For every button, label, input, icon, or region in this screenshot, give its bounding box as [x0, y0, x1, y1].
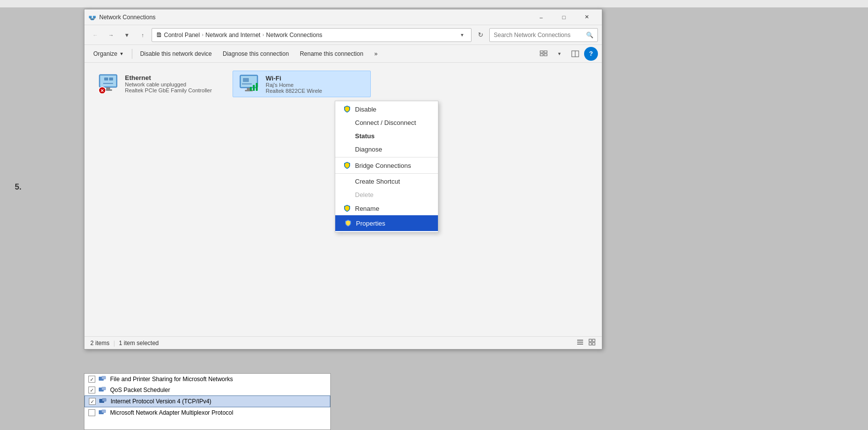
create-shortcut-label: Create Shortcut: [355, 178, 400, 185]
shield-icon-rename: [343, 204, 351, 212]
shield-icon-bridge: [343, 161, 351, 169]
rename-label: Rename: [355, 205, 379, 212]
organize-button[interactable]: Organize ▼: [88, 47, 129, 61]
svg-rect-37: [592, 343, 595, 345]
details-pane-button[interactable]: [568, 47, 582, 61]
window-icon: [88, 13, 96, 21]
checkbox-qos[interactable]: ✓: [88, 387, 95, 393]
more-toolbar-button[interactable]: »: [369, 47, 383, 61]
disable-label: Disable this network device: [140, 50, 212, 57]
bridge-label: Bridge Connections: [355, 162, 411, 169]
checkbox-ipv4[interactable]: ✓: [89, 398, 96, 405]
ipv4-icon: [99, 398, 108, 405]
breadcrumb-sep-2: ›: [262, 32, 264, 38]
toolbar-separator-1: [132, 49, 132, 59]
context-menu-rename[interactable]: Rename: [335, 201, 438, 215]
context-menu-create-shortcut[interactable]: Create Shortcut: [335, 175, 438, 188]
address-icon: 🖺: [156, 32, 162, 39]
checkbox-file-printer[interactable]: ✓: [88, 376, 95, 383]
svg-text:✕: ✕: [100, 88, 104, 93]
wifi-name: Wi-Fi: [266, 75, 322, 82]
bottom-overlay-dialog: ✓ File and Printer Sharing for Microsoft…: [84, 373, 331, 430]
maximize-button[interactable]: □: [552, 9, 575, 25]
organize-label: Organize: [93, 50, 118, 57]
delete-label: Delete: [355, 191, 374, 198]
refresh-button[interactable]: ↻: [473, 28, 487, 42]
svg-rect-28: [256, 83, 258, 91]
rename-label: Rename this connection: [300, 50, 363, 57]
search-icon: 🔍: [586, 32, 593, 39]
bottom-item-qos[interactable]: ✓ QoS Packet Scheduler: [84, 385, 330, 395]
svg-rect-27: [253, 85, 255, 91]
ipv4-label: Internet Protocol Version 4 (TCP/IPv4): [111, 398, 211, 405]
ethernet-adapter: Realtek PCIe GbE Family Controller: [125, 87, 212, 93]
search-box[interactable]: 🔍: [489, 28, 598, 42]
disable-network-button[interactable]: Disable this network device: [135, 47, 217, 61]
context-menu: Disable Connect / Disconnect Status Diag…: [335, 101, 438, 233]
title-bar: Network Connections – □ ✕: [84, 9, 602, 25]
shield-icon-disable: [343, 105, 351, 113]
status-label: Status: [355, 132, 375, 140]
context-menu-status[interactable]: Status: [335, 129, 438, 143]
toolbar: Organize ▼ Disable this network device D…: [84, 45, 602, 63]
wifi-info: Wi-Fi Raj's Home Realtek 8822CE Wirele: [266, 75, 322, 94]
view-options-button[interactable]: [537, 47, 551, 61]
checkbox-mux[interactable]: [88, 409, 95, 416]
title-bar-buttons: – □ ✕: [530, 9, 598, 25]
context-menu-diagnose[interactable]: Diagnose: [335, 143, 438, 156]
svg-rect-10: [544, 54, 547, 56]
breadcrumb-part-control-panel[interactable]: Control Panel: [164, 32, 200, 39]
bottom-item-file-printer[interactable]: ✓ File and Printer Sharing for Microsoft…: [84, 374, 330, 385]
rename-connection-button[interactable]: Rename this connection: [295, 47, 368, 61]
more-label: »: [374, 50, 378, 57]
ethernet-icon: ✕: [96, 74, 120, 93]
selected-count: 1 item selected: [119, 340, 159, 347]
context-menu-properties[interactable]: Properties: [335, 215, 438, 231]
wifi-adapter: Realtek 8822CE Wirele: [266, 88, 322, 94]
toolbar-right: ▼ ?: [537, 47, 598, 61]
grid-view-button[interactable]: [588, 338, 596, 348]
list-view-button[interactable]: [576, 338, 584, 348]
back-button[interactable]: ←: [88, 28, 102, 42]
svg-rect-36: [589, 343, 592, 345]
svg-rect-29: [243, 78, 249, 82]
search-input[interactable]: [494, 32, 584, 39]
view-dropdown-button[interactable]: ▼: [552, 47, 566, 61]
wifi-connection-item[interactable]: Wi-Fi Raj's Home Realtek 8822CE Wirele: [233, 71, 371, 97]
address-dropdown-button[interactable]: ▼: [457, 29, 467, 41]
connect-disconnect-label: Connect / Disconnect: [355, 119, 416, 126]
ethernet-connection-item[interactable]: ✕ Ethernet Network cable unplugged Realt…: [92, 71, 231, 96]
svg-rect-8: [544, 51, 547, 53]
file-printer-label: File and Printer Sharing for Microsoft N…: [110, 376, 233, 383]
file-printer-icon: [98, 376, 107, 383]
close-button[interactable]: ✕: [575, 9, 598, 25]
wifi-icon: [237, 74, 261, 94]
status-right: [576, 338, 596, 348]
wifi-status: Raj's Home: [266, 82, 322, 88]
minimize-button[interactable]: –: [530, 9, 552, 25]
disable-label: Disable: [355, 106, 376, 113]
properties-label: Properties: [356, 220, 385, 227]
breadcrumb-part-network-connections[interactable]: Network Connections: [266, 32, 322, 39]
up-button[interactable]: ↑: [136, 28, 150, 42]
forward-button[interactable]: →: [104, 28, 118, 42]
background-bar: [0, 0, 868, 7]
bottom-item-ipv4[interactable]: ✓ Internet Protocol Version 4 (TCP/IPv4): [84, 395, 330, 407]
recent-locations-button[interactable]: ▼: [120, 28, 134, 42]
svg-rect-45: [102, 410, 106, 413]
ethernet-info: Ethernet Network cable unplugged Realtek…: [125, 74, 212, 93]
svg-rect-26: [250, 87, 252, 91]
context-menu-disable[interactable]: Disable: [335, 102, 438, 116]
address-bar: ← → ▼ ↑ 🖺 Control Panel › Network and In…: [84, 25, 602, 45]
context-menu-connect-disconnect[interactable]: Connect / Disconnect: [335, 116, 438, 129]
diagnose-connection-button[interactable]: Diagnose this connection: [218, 47, 294, 61]
context-menu-separator-1: [335, 157, 438, 157]
mux-icon: [98, 409, 107, 416]
breadcrumb-part-network-internet[interactable]: Network and Internet: [205, 32, 260, 39]
diagnose-label: Diagnose: [355, 146, 382, 153]
address-box[interactable]: 🖺 Control Panel › Network and Internet ›…: [152, 28, 472, 42]
ethernet-name: Ethernet: [125, 74, 212, 81]
bottom-item-mux[interactable]: Microsoft Network Adapter Multiplexor Pr…: [84, 407, 330, 418]
context-menu-bridge[interactable]: Bridge Connections: [335, 158, 438, 172]
help-button[interactable]: ?: [584, 47, 598, 61]
